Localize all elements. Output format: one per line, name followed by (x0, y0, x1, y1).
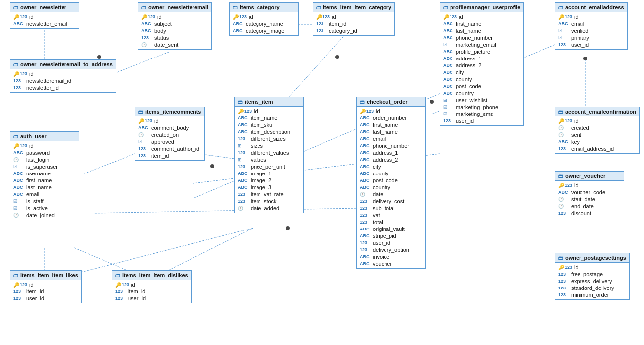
table-row: 🔑123id (135, 117, 204, 124)
table-row: 123status (138, 34, 211, 41)
field-type-icon: 🔑123 (13, 282, 27, 288)
123-icon: 123 (558, 211, 566, 216)
grid-icon: ⊞ (238, 143, 242, 148)
connection-dot (430, 100, 434, 104)
field-name: country (373, 184, 390, 190)
field-name: user_id (26, 295, 44, 301)
table-body-items_item: 🔑123idABCitem_nameABCitem_skuABCitem_des… (235, 107, 303, 213)
field-name: id (29, 143, 34, 149)
field-type-icon: ABC (238, 122, 249, 127)
field-type-icon: ABC (238, 171, 249, 176)
field-type-icon: 123 (360, 240, 371, 245)
field-name: item_id (128, 288, 145, 294)
field-name: email_address_id (571, 146, 614, 152)
field-name: phone_number (456, 35, 493, 41)
field-name: id (376, 108, 380, 114)
field-name: key (571, 139, 580, 145)
field-name: item_name (251, 115, 277, 121)
table-body-items_item_item_category: 🔑123id123item_id123category_id (313, 12, 394, 35)
table-title: items_item_item_dislikes (122, 272, 188, 278)
field-type-icon: 123 (558, 146, 569, 151)
field-type-icon: 123 (115, 296, 126, 301)
table-account_emailconfirmation: 🗃account_emailconfirmation🔑123id🕐created… (555, 107, 640, 154)
table-row: 123user_id (555, 41, 627, 48)
123-icon: 123 (443, 118, 451, 123)
123-icon: 123 (366, 109, 374, 114)
123-icon: 123 (360, 199, 367, 204)
field-name: newsletter_email (26, 21, 67, 27)
abc-icon: ABC (360, 157, 370, 162)
field-type-icon: ABC (558, 21, 569, 26)
table-header-owner_newsletteremail_to_address: 🗃owner_newsletteremail_to_address (10, 60, 116, 69)
field-type-icon: ABC (558, 139, 569, 144)
field-name: user_id (456, 118, 474, 124)
table-row: 123delivery_cost (357, 198, 425, 205)
table-row: ABCvoucher_code (555, 189, 624, 196)
field-type-icon: 123 (13, 78, 24, 83)
123-icon: 123 (360, 206, 367, 211)
123-icon: 123 (13, 78, 21, 83)
field-type-icon: 🔑123 (558, 183, 572, 188)
field-type-icon: ABC (360, 254, 371, 259)
field-name: post_code (456, 83, 481, 89)
table-row: ☑is_staff (10, 198, 79, 205)
field-name: vat (373, 212, 380, 218)
123-icon: 123 (565, 265, 572, 270)
table-row: ABCprofile_picture (440, 48, 523, 55)
table-header-profilemanager_userprofile: 🗃profilemanager_userprofile (440, 3, 523, 12)
field-type-icon: 🔑123 (558, 14, 572, 20)
check-icon: ☑ (443, 112, 447, 116)
field-name: end_date (571, 203, 594, 209)
field-type-icon: 123 (238, 136, 249, 141)
table-owner_voucher: 🗃owner_voucher🔑123idABCvoucher_code🕐star… (555, 171, 624, 218)
table-row: 🕐date_sent (138, 41, 211, 48)
field-name: id (574, 182, 579, 188)
123-icon: 123 (238, 199, 245, 204)
field-type-icon: ABC (360, 171, 371, 176)
field-type-icon: ☑ (13, 164, 24, 169)
table-title: profilemanager_userprofile (450, 4, 520, 10)
field-name: image_3 (251, 184, 271, 190)
table-row: ABCcountry (440, 90, 523, 97)
pk-icon: 🔑 (13, 14, 19, 20)
123-icon: 123 (13, 289, 21, 294)
field-name: item_id (26, 288, 44, 294)
field-type-icon: ABC (233, 21, 244, 26)
table-row: ABCimage_1 (235, 170, 303, 177)
field-name: is_staff (26, 198, 44, 204)
table-row: ABCemail (10, 191, 79, 198)
abc-icon: ABC (558, 21, 568, 26)
field-type-icon: ☑ (443, 112, 454, 116)
table-body-auth_user: 🔑123idABCpassword🕐last_login☑is_superuse… (10, 141, 79, 220)
field-type-icon: ABC (443, 35, 454, 40)
table-row: 🕐sent (555, 131, 639, 138)
field-name: item_id (329, 21, 346, 27)
123-icon: 123 (13, 296, 21, 301)
pk-icon: 🔑 (558, 183, 564, 188)
table-row: ☑marketing_phone (440, 104, 523, 111)
table-body-account_emailconfirmation: 🔑123id🕐created🕐sentABCkey123email_addres… (555, 116, 639, 153)
field-type-icon: 🔑123 (233, 14, 247, 20)
table-row: 123item_id (112, 288, 191, 295)
table-row: 🕐end_date (555, 203, 624, 210)
abc-icon: ABC (233, 21, 243, 26)
pk-icon: 🔑 (13, 143, 19, 149)
field-name: last_login (26, 157, 49, 163)
field-name: id (574, 14, 579, 20)
field-type-icon: 123 (360, 247, 371, 252)
abc-icon: ABC (360, 150, 370, 155)
field-type-icon: 123 (558, 286, 569, 290)
table-owner_postagesettings: 🗃owner_postagesettings🔑123id123free_post… (555, 253, 630, 300)
clock-icon: 🕐 (558, 132, 564, 137)
abc-icon: ABC (13, 178, 23, 183)
field-name: user_id (571, 42, 589, 48)
field-name: primary (571, 35, 589, 41)
123-icon: 123 (238, 136, 245, 141)
field-name: address_1 (456, 56, 481, 61)
field-type-icon: 123 (360, 199, 371, 204)
table-row: ABCcounty (440, 76, 523, 83)
table-row: ABCcategory_name (230, 20, 298, 27)
field-type-icon: 🔑123 (115, 282, 129, 288)
field-name: user_id (128, 295, 146, 301)
field-name: username (26, 171, 51, 176)
